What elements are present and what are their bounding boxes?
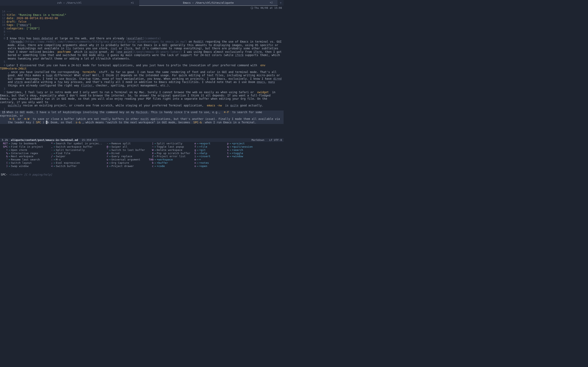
which-key-item[interactable]: '→Resume last search bbox=[2, 158, 47, 161]
which-key-item[interactable]: ;→Eval expression bbox=[47, 161, 103, 165]
which-key-item[interactable]: &→Next workspace bbox=[2, 155, 47, 158]
which-key-item[interactable]: o→+open bbox=[190, 165, 223, 168]
which-key-item[interactable]: W→Delete workspace bbox=[148, 149, 190, 152]
which-key-item[interactable]: *→Search for symbol in projec.. bbox=[47, 142, 103, 145]
tab-title: Emacs — /Users/chl/Sites/aliquote bbox=[183, 1, 233, 4]
tab-shortcut: ⌘1 bbox=[131, 1, 134, 4]
editor[interactable]: 14--- 13title: "Running Emacs in a termi… bbox=[0, 10, 284, 124]
which-key-item[interactable]: w→+window bbox=[223, 155, 260, 158]
buffer-path: aliquote/content/post/emacs-in-terminal.… bbox=[11, 138, 78, 142]
which-key-item[interactable]: r→Query replace bbox=[103, 155, 148, 158]
which-key-item[interactable]: ,→Switch workspace buffer bbox=[47, 145, 103, 149]
which-key-item[interactable]: i→+insert bbox=[190, 155, 223, 158]
which-key-item[interactable]: e→+export bbox=[190, 142, 223, 145]
minibuffer-hint: <leader> [C-h paging/help] bbox=[8, 173, 52, 176]
which-key-item[interactable]: d→Dired bbox=[103, 152, 148, 155]
which-key-item[interactable]: z→Project drawer bbox=[103, 165, 148, 168]
which-key-item[interactable]: t→+toggle bbox=[223, 152, 260, 155]
which-key-item[interactable]: TAB→+workspace bbox=[148, 158, 190, 161]
minibuffer[interactable]: SPC- <leader> [C-h paging/help] bbox=[0, 173, 284, 176]
which-key-item[interactable] bbox=[223, 161, 260, 165]
current-line: 15When in GUI mode, I have a lot of keyb… bbox=[0, 110, 284, 124]
clock-bar: Thu 06/08 at 15:08 bbox=[0, 6, 284, 10]
tab-bar: zsh — /Users/chl ⌘1 Emacs — /Users/chl/S… bbox=[0, 0, 284, 6]
cursor-position: 15:359 All bbox=[82, 138, 98, 142]
modeline: 3.2k aliquote/content/post/emacs-in-term… bbox=[0, 138, 284, 142]
which-key-item[interactable]: X→Pop up scratch buffer bbox=[148, 152, 190, 155]
which-key-item[interactable]: -→Split horizontally bbox=[47, 149, 103, 152]
which-key-item[interactable]: :→M-x bbox=[47, 158, 103, 161]
which-key-popup: RET→Jump to bookmark*→Search for symbol … bbox=[0, 142, 284, 168]
which-key-item[interactable]: x→Org Capture bbox=[103, 161, 148, 165]
which-key-item[interactable]: !→Open vterm bbox=[2, 149, 47, 152]
encoding: LF UTF-8 bbox=[269, 138, 282, 142]
which-key-item[interactable]: s→+search bbox=[223, 149, 260, 152]
line-number: 14 bbox=[0, 10, 7, 13]
clock-text: Thu 06/08 at 15:08 bbox=[254, 6, 282, 9]
clock-icon bbox=[251, 7, 253, 9]
which-key-item[interactable]: .→Find file bbox=[47, 152, 103, 155]
which-key-item[interactable]: /→Swiper bbox=[47, 155, 103, 158]
which-key-item[interactable]: -→Remove split bbox=[103, 142, 148, 145]
which-key-item[interactable]: f→+file bbox=[190, 145, 223, 149]
tab-2[interactable]: Emacs — /Users/chl/Sites/aliquote ⌘2 bbox=[139, 0, 278, 6]
which-key-item[interactable]: h→+help bbox=[190, 152, 223, 155]
which-key-item[interactable]: u→Universal argument bbox=[103, 158, 148, 161]
major-mode: Markdown bbox=[251, 138, 264, 142]
which-key-item[interactable] bbox=[223, 165, 260, 168]
tab-title: zsh — /Users/chl bbox=[57, 1, 82, 4]
which-key-item[interactable]: c→+code bbox=[148, 165, 190, 168]
new-tab-button[interactable]: + bbox=[278, 0, 284, 6]
which-key-item[interactable]: b→+buffer bbox=[148, 161, 190, 165]
which-key-item[interactable]: SPC→Find file in project bbox=[2, 145, 47, 149]
which-key-item[interactable]: RET→Jump to bookmark bbox=[2, 142, 47, 145]
text-cursor: i bbox=[46, 121, 47, 124]
which-key-item[interactable] bbox=[223, 158, 260, 161]
which-key-item[interactable]: Z→Project error list bbox=[148, 155, 190, 158]
tab-1[interactable]: zsh — /Users/chl ⌘1 bbox=[0, 0, 139, 6]
which-key-item[interactable]: n→+notes bbox=[190, 161, 223, 165]
tab-shortcut: ⌘2 bbox=[270, 1, 273, 4]
which-key-item[interactable]: p→+project bbox=[223, 142, 260, 145]
buffer-size: 3.2k bbox=[2, 138, 8, 142]
which-key-item[interactable]: @→Swiper all bbox=[103, 145, 148, 149]
which-key-item[interactable]: ~→Toggle last popup bbox=[148, 145, 190, 149]
which-key-item[interactable]: (→Switch layout bbox=[2, 161, 47, 165]
which-key-item[interactable]: g→+git bbox=[190, 149, 223, 152]
which-key-item[interactable]: %→Interactive regex bbox=[2, 152, 47, 155]
which-key-item[interactable]: `→Switch to last buffer bbox=[103, 149, 148, 152]
which-key-item[interactable]: m→+ bbox=[190, 158, 223, 161]
which-key-item[interactable]: <→Switch buffer bbox=[47, 165, 103, 168]
which-key-item[interactable]: q→+quit/session bbox=[223, 145, 260, 149]
minibuffer-prompt: SPC- bbox=[1, 173, 8, 176]
which-key-item[interactable]: )→Swap window bbox=[2, 165, 47, 168]
which-key-item[interactable]: |→Split vertically bbox=[148, 142, 190, 145]
